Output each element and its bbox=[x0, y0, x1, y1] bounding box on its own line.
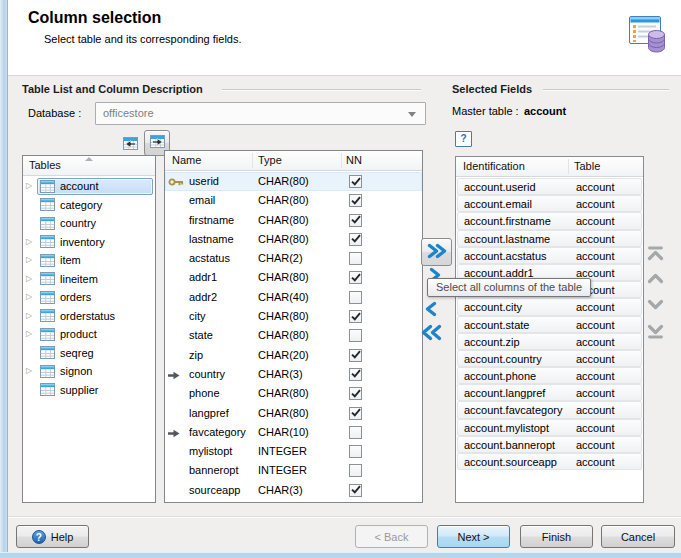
table-item-box[interactable]: supplier bbox=[37, 381, 153, 398]
nn-checkbox[interactable] bbox=[349, 194, 362, 207]
column-row-zip[interactable]: zipCHAR(20) bbox=[165, 346, 422, 365]
expander-icon[interactable]: ▷ bbox=[26, 181, 37, 191]
table-tree-item-supplier[interactable]: supplier bbox=[23, 381, 155, 400]
column-row-sourceapp[interactable]: sourceappCHAR(3) bbox=[165, 481, 422, 500]
expander-icon[interactable]: ▷ bbox=[26, 292, 37, 302]
table-item-box[interactable]: lineitem bbox=[37, 270, 153, 287]
nn-checkbox[interactable] bbox=[349, 329, 362, 342]
field-row-account.email[interactable]: account.emailaccount bbox=[457, 195, 642, 212]
table-item-box[interactable]: signon bbox=[37, 363, 153, 380]
move-up-button[interactable] bbox=[647, 272, 664, 286]
finish-button[interactable]: Finish bbox=[520, 525, 593, 548]
field-row-account.country[interactable]: account.countryaccount bbox=[457, 350, 642, 367]
table-item-box[interactable]: item bbox=[37, 252, 153, 269]
field-row-account.langpref[interactable]: account.langprefaccount bbox=[457, 384, 642, 401]
database-combobox[interactable]: officestore bbox=[95, 102, 426, 125]
move-to-bottom-button[interactable] bbox=[647, 324, 664, 341]
column-row-mylistopt[interactable]: mylistoptINTEGER bbox=[165, 442, 422, 461]
table-tree-item-country[interactable]: country bbox=[23, 214, 155, 233]
column-row-email[interactable]: emailCHAR(80) bbox=[165, 191, 422, 210]
expander-icon[interactable]: ▷ bbox=[26, 255, 37, 265]
table-item-box[interactable]: product bbox=[37, 326, 153, 343]
tables-list-header[interactable]: Tables bbox=[23, 156, 155, 176]
nn-checkbox[interactable] bbox=[349, 426, 362, 439]
expander-icon[interactable]: ▷ bbox=[26, 237, 37, 247]
field-row-account.favcategory[interactable]: account.favcategoryaccount bbox=[457, 401, 642, 418]
column-row-country[interactable]: countryCHAR(3) bbox=[165, 365, 422, 384]
table-tree-item-account[interactable]: ▷account bbox=[23, 177, 155, 196]
column-row-city[interactable]: cityCHAR(80) bbox=[165, 307, 422, 326]
column-row-addr2[interactable]: addr2CHAR(40) bbox=[165, 288, 422, 307]
back-button[interactable]: < Back bbox=[355, 525, 428, 548]
table-item-box[interactable]: country bbox=[37, 215, 153, 232]
nn-checkbox[interactable] bbox=[349, 214, 362, 227]
nn-checkbox[interactable] bbox=[349, 252, 362, 265]
expander-icon[interactable]: ▷ bbox=[26, 274, 37, 284]
table-item-box[interactable]: inventory bbox=[37, 233, 153, 250]
nn-checkbox[interactable] bbox=[349, 175, 362, 188]
field-row-account.state[interactable]: account.stateaccount bbox=[457, 316, 642, 333]
remove-all-columns-button[interactable] bbox=[421, 324, 442, 343]
nn-checkbox[interactable] bbox=[349, 233, 362, 246]
column-row-phone[interactable]: phoneCHAR(80) bbox=[165, 384, 422, 403]
table-item-box[interactable]: seqreg bbox=[37, 344, 153, 361]
field-table-cell: account bbox=[576, 301, 615, 313]
next-button[interactable]: Next > bbox=[437, 525, 510, 548]
field-row-account.phone[interactable]: account.phoneaccount bbox=[457, 367, 642, 384]
field-row-account.lastname[interactable]: account.lastnameaccount bbox=[457, 230, 642, 247]
table-item-box[interactable]: orders bbox=[37, 289, 153, 306]
remove-column-button[interactable] bbox=[424, 301, 438, 319]
field-row-account.firstname[interactable]: account.firstnameaccount bbox=[457, 212, 642, 229]
table-tree-item-inventory[interactable]: ▷inventory bbox=[23, 233, 155, 252]
table-item-box[interactable]: category bbox=[37, 196, 153, 213]
nn-checkbox[interactable] bbox=[349, 407, 362, 420]
field-row-account.mylistopt[interactable]: account.mylistoptaccount bbox=[457, 419, 642, 436]
column-row-banneropt[interactable]: banneroptINTEGER bbox=[165, 461, 422, 480]
field-row-account.userid[interactable]: account.useridaccount bbox=[457, 178, 642, 195]
nn-checkbox[interactable] bbox=[349, 271, 362, 284]
nn-checkbox[interactable] bbox=[349, 464, 362, 477]
cancel-button[interactable]: Cancel bbox=[601, 525, 675, 548]
table-tree-item-seqreg[interactable]: seqreg bbox=[23, 344, 155, 363]
check-icon bbox=[351, 311, 361, 323]
table-tree-item-orderstatus[interactable]: ▷orderstatus bbox=[23, 307, 155, 326]
expander-icon[interactable]: ▷ bbox=[26, 311, 37, 321]
column-row-userid[interactable]: useridCHAR(80) bbox=[165, 172, 422, 191]
table-tree-item-signon[interactable]: ▷signon bbox=[23, 362, 155, 381]
nn-checkbox[interactable] bbox=[349, 349, 362, 362]
nn-checkbox[interactable] bbox=[349, 310, 362, 323]
nn-checkbox[interactable] bbox=[349, 368, 362, 381]
field-row-account.sourceapp[interactable]: account.sourceappaccount bbox=[457, 453, 642, 470]
expander-icon[interactable]: ▷ bbox=[26, 366, 37, 376]
field-row-account.zip[interactable]: account.zipaccount bbox=[457, 333, 642, 350]
table-item-box[interactable]: account bbox=[37, 178, 153, 195]
table-tree-item-product[interactable]: ▷product bbox=[23, 325, 155, 344]
nn-checkbox[interactable] bbox=[349, 387, 362, 400]
table-tree-item-item[interactable]: ▷item bbox=[23, 251, 155, 270]
columns-list-header[interactable]: Name Type NN bbox=[165, 151, 422, 171]
move-down-button[interactable] bbox=[647, 299, 664, 313]
column-row-firstname[interactable]: firstnameCHAR(80) bbox=[165, 211, 422, 230]
nn-checkbox[interactable] bbox=[349, 484, 362, 497]
column-row-addr1[interactable]: addr1CHAR(80) bbox=[165, 268, 422, 287]
column-row-favcategory[interactable]: favcategoryCHAR(10) bbox=[165, 423, 422, 442]
table-tree-item-lineitem[interactable]: ▷lineitem bbox=[23, 270, 155, 289]
table-tree-item-orders[interactable]: ▷orders bbox=[23, 288, 155, 307]
column-row-state[interactable]: stateCHAR(80) bbox=[165, 326, 422, 345]
field-row-account.banneropt[interactable]: account.banneroptaccount bbox=[457, 436, 642, 453]
move-to-top-button[interactable] bbox=[647, 246, 664, 263]
nn-checkbox[interactable] bbox=[349, 291, 362, 304]
expander-icon[interactable]: ▷ bbox=[26, 329, 37, 339]
fields-list-header[interactable]: Identification Table bbox=[456, 157, 643, 177]
help-button[interactable]: ? Help bbox=[16, 525, 89, 548]
field-row-account.city[interactable]: account.cityaccount bbox=[457, 298, 642, 315]
column-row-lastname[interactable]: lastnameCHAR(80) bbox=[165, 230, 422, 249]
field-row-account.acstatus[interactable]: account.acstatusaccount bbox=[457, 247, 642, 264]
column-row-langpref[interactable]: langprefCHAR(80) bbox=[165, 404, 422, 423]
table-item-box[interactable]: orderstatus bbox=[37, 307, 153, 324]
nn-checkbox[interactable] bbox=[349, 445, 362, 458]
column-row-acstatus[interactable]: acstatusCHAR(2) bbox=[165, 249, 422, 268]
fields-help-button[interactable]: ? bbox=[455, 131, 472, 147]
add-all-columns-button[interactable] bbox=[421, 238, 452, 266]
table-tree-item-category[interactable]: category bbox=[23, 196, 155, 215]
